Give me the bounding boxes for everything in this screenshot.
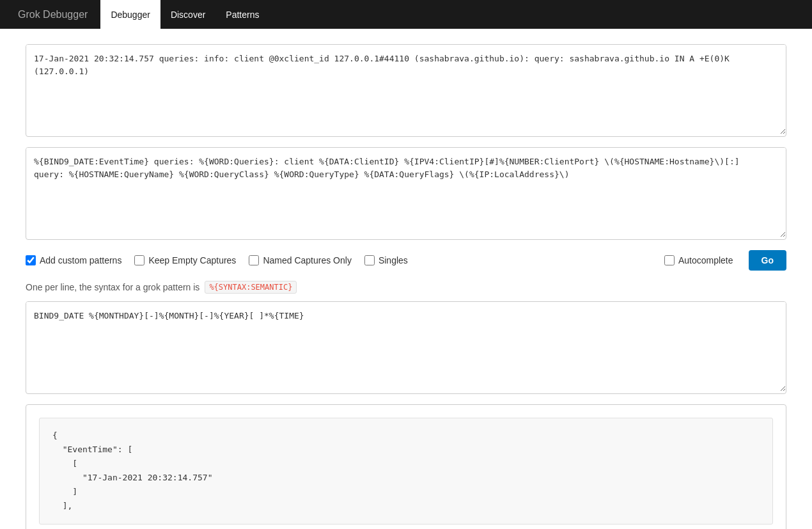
result-box: { "EventTime": [ [ "17-Jan-2021 20:32:14… [26,404,786,529]
singles-label: Singles [379,255,408,265]
input-textarea-wrapper [26,44,786,137]
option-add-custom-patterns[interactable]: Add custom patterns [26,255,121,265]
custom-patterns-wrapper [26,301,786,394]
named-captures-only-checkbox[interactable] [249,255,259,265]
nav-item-discover[interactable]: Discover [160,0,215,29]
syntax-hint-text: One per line, the syntax for a grok patt… [26,282,199,292]
nav-item-debugger[interactable]: Debugger [100,0,160,29]
custom-patterns-textarea[interactable] [26,302,786,391]
keep-empty-captures-label: Keep Empty Captures [148,255,236,265]
autocomplete-group: Autocomplete Go [664,250,786,271]
syntax-badge: %{SYNTAX:SEMANTIC} [205,281,297,294]
go-button[interactable]: Go [749,250,786,271]
autocomplete-checkbox[interactable] [664,255,675,265]
keep-empty-captures-checkbox[interactable] [134,255,144,265]
pattern-textarea-wrapper [26,147,786,240]
singles-checkbox[interactable] [364,255,375,265]
navbar-brand: Grok Debugger [10,9,95,20]
input-textarea[interactable] [26,45,786,134]
result-content: { "EventTime": [ [ "17-Jan-2021 20:32:14… [39,418,773,525]
option-singles[interactable]: Singles [364,255,408,265]
nav-item-patterns[interactable]: Patterns [215,0,269,29]
syntax-hint: One per line, the syntax for a grok patt… [26,281,786,294]
named-captures-only-label: Named Captures Only [263,255,352,265]
navbar: Grok Debugger Debugger Discover Patterns [0,0,812,29]
pattern-textarea[interactable] [26,148,786,237]
add-custom-patterns-label: Add custom patterns [40,255,121,265]
main-content: Add custom patterns Keep Empty Captures … [0,29,812,529]
option-autocomplete[interactable]: Autocomplete [664,255,733,265]
options-row: Add custom patterns Keep Empty Captures … [26,250,786,271]
autocomplete-label: Autocomplete [678,255,733,265]
add-custom-patterns-checkbox[interactable] [26,255,36,265]
option-named-captures-only[interactable]: Named Captures Only [249,255,352,265]
option-keep-empty-captures[interactable]: Keep Empty Captures [134,255,236,265]
